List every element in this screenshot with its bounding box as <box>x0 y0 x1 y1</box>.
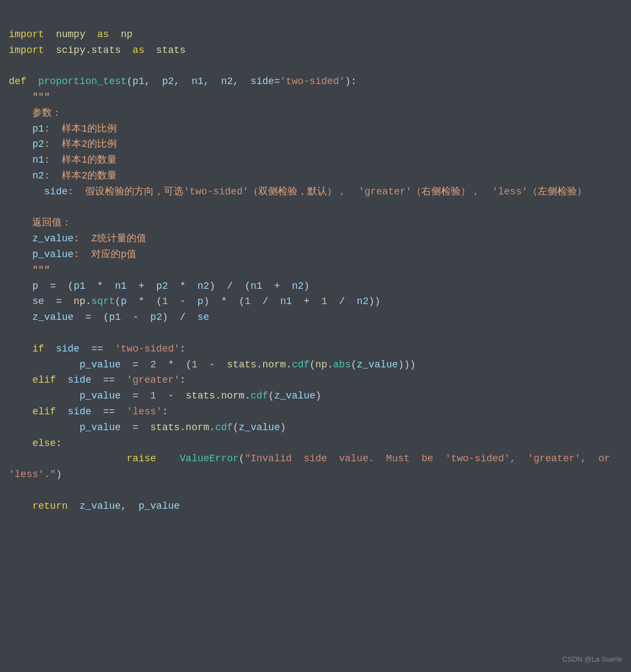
line-6: 参数： <box>9 108 62 118</box>
line-25: elif side == 'less': <box>9 406 168 417</box>
line-8: p2: 样本2的比例 <box>9 139 117 150</box>
line-21: if side == 'two-sided': <box>9 343 186 354</box>
line-4: def proportion_test(p1, p2, n1, n2, side… <box>9 76 356 87</box>
line-24: p_value = 1 - stats.norm.cdf(z_value) <box>9 390 322 401</box>
line-2: import scipy.stats as stats <box>9 45 186 56</box>
line-28: raise ValueError("Invalid side value. Mu… <box>9 453 622 480</box>
line-9: n1: 样本1的数量 <box>9 154 117 165</box>
line-16: """ <box>9 265 50 276</box>
line-14: z_value: Z统计量的值 <box>9 233 146 244</box>
line-30: return z_value, p_value <box>9 501 180 512</box>
code-block: import numpy as np import scipy.stats as… <box>9 11 622 514</box>
line-1: import numpy as np <box>9 29 133 40</box>
line-17: p = (p1 * n1 + p2 * n2) / (n1 + n2) <box>9 281 309 292</box>
line-27: else: <box>9 438 62 449</box>
line-5: """ <box>9 92 50 103</box>
watermark: CSDN @La Suerte <box>562 655 622 663</box>
line-7: p1: 样本1的比例 <box>9 123 117 134</box>
line-15: p_value: 对应的p值 <box>9 249 136 260</box>
line-13: 返回值： <box>9 217 72 228</box>
line-11: side: 假设检验的方向，可选'two-sided'（双侧检验，默认）， 'g… <box>9 186 587 197</box>
line-18: se = np.sqrt(p * (1 - p) * (1 / n1 + 1 /… <box>9 296 380 307</box>
line-22: p_value = 2 * (1 - stats.norm.cdf(np.abs… <box>9 359 416 370</box>
line-19: z_value = (p1 - p2) / se <box>9 312 209 323</box>
line-23: elif side == 'greater': <box>9 374 186 385</box>
line-26: p_value = stats.norm.cdf(z_value) <box>9 422 286 433</box>
line-10: n2: 样本2的数量 <box>9 170 117 181</box>
